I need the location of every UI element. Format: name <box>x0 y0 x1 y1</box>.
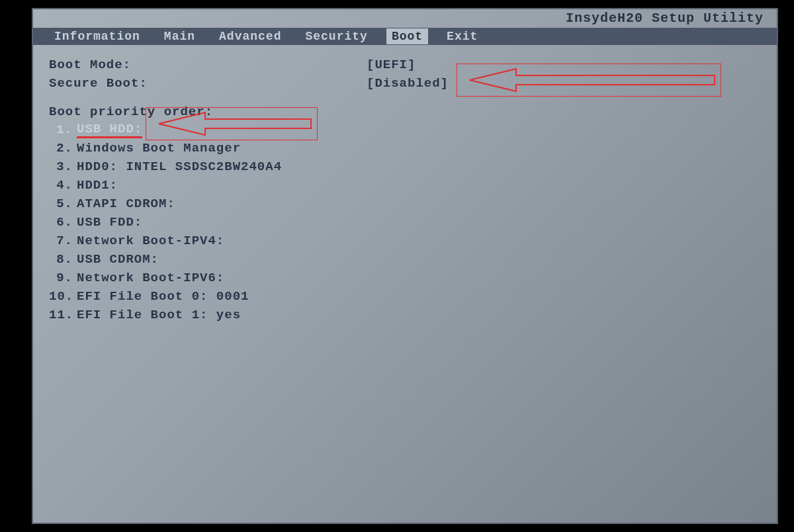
boot-item-label: EFI File Boot 0: 0001 <box>77 289 249 304</box>
boot-item-label: USB FDD: <box>77 215 142 230</box>
boot-item-label: USB CDROM: <box>77 252 159 267</box>
boot-item-label: Network Boot-IPV6: <box>77 271 224 285</box>
boot-item-10[interactable]: 10. EFI File Boot 0: 0001 <box>49 287 761 306</box>
menu-main[interactable]: Main <box>159 28 200 44</box>
boot-item-5[interactable]: 5. ATAPI CDROM: <box>49 195 761 213</box>
boot-item-label: Network Boot-IPV4: <box>77 234 224 248</box>
boot-item-11[interactable]: 11. EFI File Boot 1: yes <box>49 306 761 324</box>
menu-boot[interactable]: Boot <box>386 28 428 44</box>
boot-item-num: 4. <box>49 178 73 193</box>
bios-screen: InsydeH20 Setup Utility Information Main… <box>32 8 778 524</box>
boot-priority-header: Boot priority order: <box>49 105 761 119</box>
boot-item-num: 9. <box>49 271 73 285</box>
utility-title: InsydeH20 Setup Utility <box>566 11 764 26</box>
boot-item-num: 2. <box>49 141 73 155</box>
boot-item-num: 7. <box>49 234 73 248</box>
boot-item-4[interactable]: 4. HDD1: <box>49 176 761 195</box>
menu-security[interactable]: Security <box>300 28 373 44</box>
boot-mode-value[interactable]: [UEFI] <box>367 58 416 72</box>
boot-item-label: HDD0: INTEL SSDSC2BW240A4 <box>77 159 282 174</box>
secure-boot-value[interactable]: [Disabled] <box>367 76 449 91</box>
boot-mode-label: Boot Mode: <box>49 58 367 72</box>
boot-item-1[interactable]: 1. USB HDD: <box>49 120 761 139</box>
menu-bar: Information Main Advanced Security Boot … <box>33 28 777 45</box>
boot-item-num: 10. <box>49 289 73 304</box>
boot-item-num: 11. <box>49 308 73 322</box>
boot-item-2[interactable]: 2. Windows Boot Manager <box>49 139 761 157</box>
boot-mode-row[interactable]: Boot Mode: [UEFI] <box>49 56 761 74</box>
menu-advanced[interactable]: Advanced <box>214 28 287 44</box>
boot-item-num: 3. <box>49 159 73 174</box>
menu-exit[interactable]: Exit <box>441 28 483 44</box>
secure-boot-row[interactable]: Secure Boot: [Disabled] <box>49 74 761 93</box>
boot-item-label: HDD1: <box>77 178 118 193</box>
secure-boot-label: Secure Boot: <box>49 76 367 91</box>
boot-item-8[interactable]: 8. USB CDROM: <box>49 250 761 269</box>
boot-item-label: ATAPI CDROM: <box>77 197 175 211</box>
boot-item-7[interactable]: 7. Network Boot-IPV4: <box>49 232 761 250</box>
boot-item-label: Windows Boot Manager <box>77 141 241 155</box>
boot-item-6[interactable]: 6. USB FDD: <box>49 213 761 232</box>
boot-item-num: 8. <box>49 252 73 267</box>
boot-item-num: 5. <box>49 197 73 211</box>
boot-item-num: 1. <box>49 122 73 137</box>
boot-item-label: USB HDD: <box>77 122 142 138</box>
boot-item-num: 6. <box>49 215 73 230</box>
menu-information[interactable]: Information <box>49 28 146 44</box>
boot-item-label: EFI File Boot 1: yes <box>77 308 241 322</box>
content-panel: Boot Mode: [UEFI] Secure Boot: [Disabled… <box>49 56 761 324</box>
boot-item-3[interactable]: 3. HDD0: INTEL SSDSC2BW240A4 <box>49 157 761 176</box>
boot-item-9[interactable]: 9. Network Boot-IPV6: <box>49 269 761 287</box>
